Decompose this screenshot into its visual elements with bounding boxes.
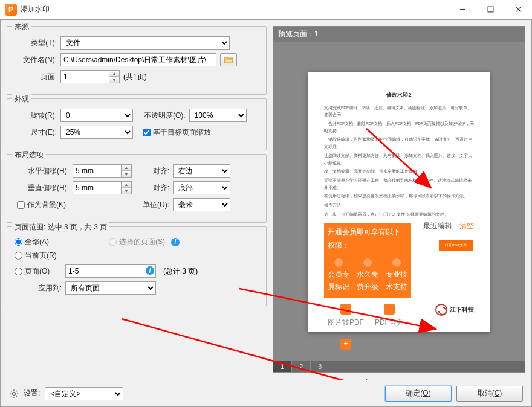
- rotate-select[interactable]: 0: [60, 109, 133, 122]
- source-group: 来源 类型(T): 文件 文件名(N): 页面: ▲▼ (共1页): [7, 26, 267, 95]
- background-checkbox[interactable]: 作为背景(K): [17, 200, 132, 210]
- radio-selected[interactable]: 选择的页面(S): [109, 237, 165, 247]
- svg-line-13: [16, 396, 18, 397]
- gear-icon[interactable]: [9, 389, 19, 399]
- radio-pages[interactable]: 页面(O): [15, 266, 62, 277]
- range-legend: 页面范围: 选中 3 页，共 3 页: [12, 222, 109, 232]
- pages-input[interactable]: [65, 264, 156, 278]
- preview-body: 修改水印2 支持完成PDF编辑、阅读、批注、编辑文本、绘图标注、添加照片、填写表…: [273, 42, 525, 361]
- folder-icon: [224, 56, 233, 64]
- source-legend: 来源: [12, 22, 31, 32]
- page-tabs: 1 2 3: [273, 361, 525, 373]
- svg-point-7: [13, 392, 16, 395]
- type-label: 类型(T):: [15, 38, 57, 48]
- page-tab-2[interactable]: 2: [292, 361, 311, 372]
- svg-line-14: [11, 396, 12, 397]
- preview-page: 修改水印2 支持完成PDF编辑、阅读、批注、编辑文本、绘图标注、添加照片、填写表…: [308, 72, 490, 332]
- opacity-label: 不透明度(O):: [144, 111, 186, 121]
- scale-select[interactable]: 25%: [60, 126, 133, 139]
- minimize-button[interactable]: [449, 0, 476, 19]
- appearance-legend: 外观: [12, 94, 31, 104]
- halign-select[interactable]: 右边: [173, 164, 230, 178]
- settings-select[interactable]: <自定义>: [45, 387, 123, 400]
- doc-title: 修改水印2: [324, 90, 474, 100]
- maximize-button[interactable]: [476, 0, 504, 19]
- type-select[interactable]: 文件: [60, 36, 230, 50]
- opacity-select[interactable]: 100%: [189, 109, 247, 122]
- cancel-button[interactable]: 取消(C): [456, 386, 523, 402]
- voff-label: 垂直偏移(H):: [15, 183, 69, 193]
- voff-spinner[interactable]: ▲▼: [73, 181, 132, 194]
- footer: 设置: <自定义> 确定(O) 取消(C): [1, 380, 531, 406]
- scale-label: 尺寸(E):: [15, 127, 57, 138]
- settings-label: 设置:: [24, 388, 40, 399]
- appearance-group: 外观 旋转(R): 0 不透明度(O): 100% 尺寸(E): 25% 基于目…: [7, 98, 267, 150]
- svg-line-15: [16, 391, 18, 392]
- layout-group: 布局选项 水平偏移(H): ▲▼ 对齐: 右边 垂直偏移(H): ▲▼ 对齐: …: [7, 154, 267, 223]
- svg-line-12: [11, 391, 12, 392]
- info-icon[interactable]: i: [146, 266, 154, 275]
- browse-button[interactable]: [220, 53, 237, 66]
- filename-label: 文件名(N):: [15, 55, 57, 65]
- radio-current[interactable]: 当前页(R): [15, 251, 57, 261]
- radio-all[interactable]: 全部(A): [15, 237, 105, 247]
- range-group: 页面范围: 选中 3 页，共 3 页 全部(A) 选择的页面(S) i 当前页(…: [7, 226, 267, 306]
- unit-label: 单位(U):: [135, 200, 169, 210]
- titlebar: P 添加水印: [0, 0, 532, 19]
- app-icon: P: [5, 4, 17, 16]
- svg-rect-1: [488, 7, 493, 12]
- page-input[interactable]: [60, 70, 109, 83]
- apply-label: 应用到:: [15, 283, 62, 293]
- preview-pane: 预览页面：1 修改水印2 支持完成PDF编辑、阅读、批注、编辑文本、绘图标注、添…: [273, 26, 525, 373]
- hoff-spinner[interactable]: ▲▼: [73, 164, 132, 178]
- rotate-label: 旋转(R):: [15, 111, 57, 121]
- company-logo: 江下科技: [435, 304, 474, 316]
- scale-target-checkbox[interactable]: 基于目标页面缩放: [143, 127, 211, 138]
- filename-input[interactable]: [60, 53, 216, 66]
- close-button[interactable]: [504, 0, 532, 19]
- spin-down-icon[interactable]: ▼: [109, 77, 119, 83]
- layout-legend: 布局选项: [12, 150, 46, 160]
- info-icon[interactable]: i: [171, 238, 180, 246]
- unit-select[interactable]: 毫米: [173, 198, 230, 211]
- page-total: (共1页): [123, 72, 147, 82]
- hoff-label: 水平偏移(H):: [15, 166, 69, 176]
- window-title: 添加水印: [21, 4, 449, 14]
- ok-button[interactable]: 确定(O): [385, 386, 452, 402]
- valign-select[interactable]: 底部: [173, 181, 230, 194]
- apply-select[interactable]: 所有页面: [65, 281, 156, 295]
- page-tab-3[interactable]: 3: [311, 361, 329, 372]
- valign-label: 对齐:: [135, 183, 169, 193]
- page-tab-1[interactable]: 1: [273, 361, 292, 372]
- preview-header: 预览页面：1: [273, 26, 525, 42]
- open-pdf-button: 打开PDF文件: [439, 240, 473, 251]
- logo-icon: [435, 304, 447, 316]
- page-label: 页面:: [15, 72, 57, 82]
- halign-label: 对齐:: [135, 166, 169, 176]
- spin-up-icon[interactable]: ▲: [109, 71, 119, 77]
- pages-total: (总计 3 页): [163, 266, 198, 277]
- page-spinner[interactable]: ▲▼: [60, 70, 120, 83]
